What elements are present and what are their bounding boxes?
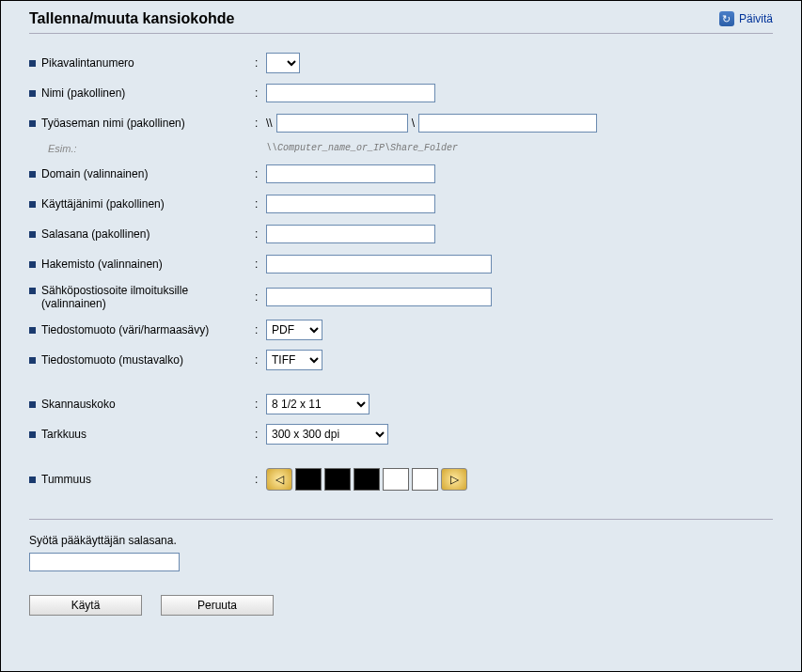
password-input[interactable] <box>266 225 435 243</box>
bullet-icon <box>29 231 36 238</box>
darkness-increase-button[interactable]: ▷ <box>441 468 467 491</box>
bullet-icon <box>29 401 36 408</box>
computer-input[interactable] <box>276 114 408 133</box>
domain-input[interactable] <box>266 164 435 183</box>
domain-label: Domain (valinnainen) <box>41 167 148 180</box>
refresh-link[interactable]: ↻ Päivitä <box>719 11 773 26</box>
format-color-select[interactable]: PDF <box>266 320 322 340</box>
darkness-swatch-4[interactable] <box>383 468 409 491</box>
bullet-icon <box>29 120 36 127</box>
page-title: Tallenna/muuta kansiokohde <box>29 10 234 27</box>
example-label: Esim.: <box>29 143 255 154</box>
bullet-icon <box>29 288 36 294</box>
username-input[interactable] <box>266 195 435 213</box>
format-bw-select[interactable]: TIFF <box>266 350 322 370</box>
admin-password-label: Syötä pääkäyttäjän salasana. <box>29 534 773 547</box>
darkness-swatch-2[interactable] <box>324 468 351 491</box>
share-input[interactable] <box>418 114 597 133</box>
darkness-label: Tummuus <box>41 473 91 486</box>
resolution-select[interactable]: 300 x 300 dpi <box>266 424 388 445</box>
bullet-icon <box>29 60 36 67</box>
bullet-icon <box>29 201 36 208</box>
example-value: \\Computer_name_or_IP\Share_Folder <box>266 143 458 154</box>
format-color-label: Tiedostomuoto (väri/harmaasävy) <box>41 323 209 336</box>
darkness-swatch-1[interactable] <box>295 468 322 491</box>
unc-prefix: \\ <box>266 117 273 130</box>
darkness-decrease-button[interactable]: ◁ <box>266 468 292 491</box>
name-input[interactable] <box>266 84 435 102</box>
bullet-icon <box>29 327 36 334</box>
speed-dial-label: Pikavalintanumero <box>41 56 134 70</box>
bullet-icon <box>29 357 36 364</box>
username-label: Käyttäjänimi (pakollinen) <box>41 197 165 211</box>
format-bw-label: Tiedostomuoto (mustavalko) <box>41 353 183 367</box>
bullet-icon <box>29 431 36 438</box>
email-input[interactable] <box>266 288 492 306</box>
admin-password-input[interactable] <box>29 553 180 571</box>
email-label: Sähköpostiosoite ilmoituksille (valinnai… <box>41 284 255 310</box>
name-label: Nimi (pakollinen) <box>41 86 125 100</box>
scan-size-label: Skannauskoko <box>41 398 116 411</box>
directory-label: Hakemisto (valinnainen) <box>41 258 163 271</box>
darkness-swatch-5[interactable] <box>412 468 438 491</box>
bullet-icon <box>29 171 36 178</box>
bullet-icon <box>29 90 36 97</box>
cancel-button[interactable]: Peruuta <box>161 595 274 616</box>
speed-dial-select[interactable] <box>266 53 300 73</box>
refresh-icon: ↻ <box>719 11 734 26</box>
apply-button[interactable]: Käytä <box>29 595 142 616</box>
scan-size-select[interactable]: 8 1/2 x 11 <box>266 394 370 414</box>
password-label: Salasana (pakollinen) <box>41 227 149 241</box>
bullet-icon <box>29 477 36 483</box>
bullet-icon <box>29 261 36 268</box>
resolution-label: Tarkkuus <box>41 428 86 441</box>
unc-sep: \ <box>412 117 415 130</box>
workstation-label: Työaseman nimi (pakollinen) <box>41 117 185 130</box>
refresh-label: Päivitä <box>739 12 773 25</box>
directory-input[interactable] <box>266 255 492 273</box>
darkness-swatch-3[interactable] <box>354 468 380 491</box>
